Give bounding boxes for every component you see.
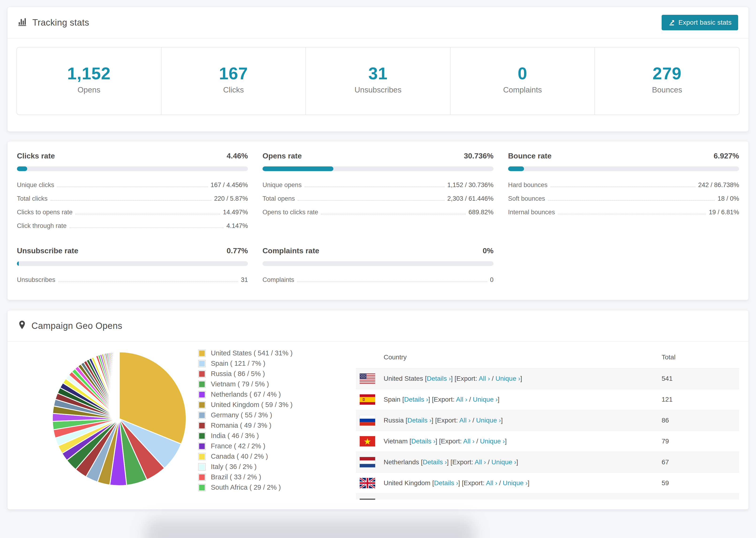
stat-label: Bounces [597,85,737,94]
rate-detail-row: Total clicks220 / 5.87% [17,195,248,202]
bracket: ] [501,417,503,424]
bracket: ] [ [458,479,464,487]
rate-percent: 6.927% [714,152,739,160]
table-row-germany: Germany [Details ›] [Export: All › / Uni… [356,493,739,500]
legend-item-russia: Russia ( 86 / 5% ) [198,370,356,378]
export-unique-link[interactable]: Unique › [476,417,501,424]
progress-bar-fill [262,166,333,171]
progress-bar [262,166,494,171]
bracket: ] [516,458,518,466]
dotted-leader [321,214,465,214]
export-all-link[interactable]: All › [486,479,497,487]
dotted-leader [550,187,695,187]
legend-swatch [198,391,206,398]
export-all-link[interactable]: All › [463,438,474,445]
rate-detail-label: Total opens [262,195,295,202]
rate-head: Unsubscribe rate0.77% [17,246,248,255]
dotted-leader [58,282,238,282]
details-link[interactable]: Details › [427,375,451,382]
bracket: ] [ [435,438,441,445]
legend-item-south-africa: South Africa ( 29 / 2% ) [198,484,356,491]
total-cell-russia: 86 [662,417,739,424]
rate-detail-value: 1,152 / 30.736% [447,182,494,189]
table-row-united-kingdom: United Kingdom [Details ›] [Export: All … [356,472,739,493]
legend-item-brazil: Brazil ( 33 / 2% ) [198,473,356,481]
us-flag-icon [356,373,384,384]
export-label: Export: [464,479,486,487]
export-all-link[interactable]: All › [456,396,467,403]
rate-detail-value: 689.82% [468,209,494,216]
bracket: [ [409,438,411,445]
stat-box-bounces: 279Bounces [595,47,739,115]
details-link[interactable]: Details › [411,438,436,445]
rate-detail-label: Click through rate [17,222,67,230]
slash: / [486,458,491,466]
legend-label: Italy ( 36 / 2% ) [211,463,257,471]
legend-swatch [198,411,206,419]
rate-detail-rows: Unique clicks167 / 4.456%Total clicks220… [17,182,248,230]
rate-detail-label: Clicks to opens rate [17,209,73,216]
rate-detail-label: Unsubscribes [17,276,55,284]
ru-flag-icon [356,415,384,426]
stat-label: Opens [19,85,159,94]
details-link[interactable]: Details › [423,458,447,466]
dotted-leader [70,228,224,228]
export-unique-link[interactable]: Unique › [495,375,520,382]
stat-value: 279 [597,64,737,83]
details-link[interactable]: Details › [434,479,458,487]
export-unique-link[interactable]: Unique › [480,438,505,445]
rate-percent: 30.736% [464,152,494,160]
export-button-label: Export basic stats [678,19,731,26]
dotted-leader [548,200,715,201]
legend-label: Vietnam ( 79 / 5% ) [211,380,269,388]
export-unique-link[interactable]: Unique › [491,458,516,466]
rate-head: Opens rate30.736% [262,152,494,160]
rate-detail-row: Unique clicks167 / 4.456% [17,182,248,189]
legend-item-netherlands: Netherlands ( 67 / 4% ) [198,391,356,398]
dotted-leader [304,187,445,187]
pie-slice-other-51 [119,352,119,419]
legend-item-spain: Spain ( 121 / 7% ) [198,360,356,367]
stat-label: Complaints [453,85,592,94]
rate-detail-value: 19 / 6.81% [709,209,739,216]
rate-percent: 0.77% [227,246,248,255]
legend-label: United Kingdom ( 59 / 3% ) [211,401,293,409]
export-unique-link[interactable]: Unique › [503,479,527,487]
export-all-link[interactable]: All › [479,375,490,382]
rate-detail-value: 4.147% [226,222,248,230]
nl-flag-icon [356,457,384,467]
table-row-united-states: United States [Details ›] [Export: All ›… [356,368,739,389]
stat-box-unsubscribes: 31Unsubscribes [306,47,451,115]
rate-title: Unsubscribe rate [17,246,78,255]
stat-label: Unsubscribes [308,85,448,94]
rate-detail-label: Internal bounces [508,209,555,216]
de-flag-icon [356,499,384,500]
country-column-header: Country [384,353,662,361]
rate-detail-label: Unique clicks [17,182,54,189]
stat-label: Clicks [164,85,303,94]
table-row-russia: Russia [Details ›] [Export: All › / Uniq… [356,410,739,431]
details-link[interactable]: Details › [407,417,432,424]
export-all-link[interactable]: All › [475,458,486,466]
rate-detail-value: 31 [241,276,248,284]
geo-title: Campaign Geo Opens [31,321,122,331]
rate-title: Bounce rate [508,152,552,160]
rate-detail-rows: Complaints0 [262,276,494,284]
stat-value: 1,152 [19,64,159,83]
tracking-stats-header: Tracking stats Export basic stats [8,7,748,38]
export-all-link[interactable]: All › [459,417,470,424]
export-label: Export: [457,375,479,382]
rate-detail-value: 0 [490,276,494,284]
rates-grid: Clicks rate4.46%Unique clicks167 / 4.456… [17,152,739,284]
export-basic-stats-button[interactable]: Export basic stats [662,15,738,30]
legend-item-india: India ( 46 / 3% ) [198,432,356,440]
export-unique-link[interactable]: Unique › [473,396,498,403]
country-cell-united-states: United States [Details ›] [Export: All ›… [384,375,662,382]
es-flag-icon [356,394,384,405]
table-row-spain: Spain [Details ›] [Export: All › / Uniqu… [356,389,739,410]
details-link[interactable]: Details › [404,396,428,403]
country-name: Russia [384,417,405,424]
gb-flag-icon [356,478,384,488]
legend-label: Brazil ( 33 / 2% ) [211,473,261,481]
rate-detail-row: Internal bounces19 / 6.81% [508,209,739,216]
